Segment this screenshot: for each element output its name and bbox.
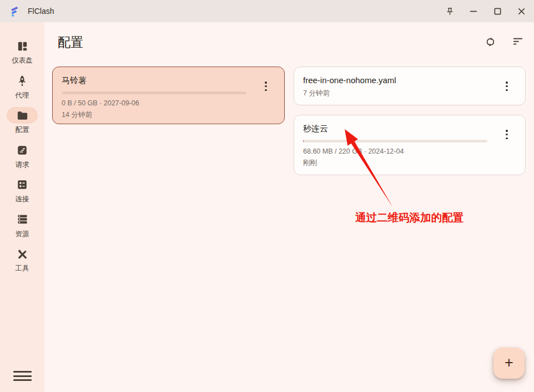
maximize-icon[interactable]	[492, 6, 502, 16]
more-menu-icon[interactable]	[505, 130, 508, 141]
profile-card[interactable]: free-in-one-nohome.yaml 7 分钟前	[294, 67, 526, 105]
sidebar-item-connections[interactable]: 连接	[7, 176, 38, 203]
profile-updated: 刚刚	[303, 159, 516, 168]
profile-name: 秒连云	[303, 124, 492, 134]
sidebar-item-resources[interactable]: 资源	[7, 211, 38, 238]
sidebar-item-label: 请求	[16, 161, 29, 169]
traffic-progress-bar	[303, 140, 487, 142]
plus-icon: +	[505, 355, 513, 370]
close-icon[interactable]	[516, 6, 526, 16]
pin-icon[interactable]	[445, 6, 455, 16]
more-menu-icon[interactable]	[505, 82, 508, 93]
main-content: 配置 马铃薯	[44, 22, 534, 392]
dashboard-icon	[7, 38, 38, 54]
sidebar-item-label: 工具	[16, 265, 29, 272]
sidebar-item-dashboard[interactable]: 仪表盘	[7, 38, 38, 64]
resources-icon	[7, 211, 38, 228]
titlebar: FlClash	[0, 0, 534, 22]
window-controls	[445, 6, 526, 16]
app-logo-icon	[8, 4, 21, 18]
profile-card[interactable]: 秒连云 68.60 MB / 220 GB · 2024-12-04 刚刚	[294, 115, 526, 175]
profile-usage: 68.60 MB / 220 GB · 2024-12-04	[303, 147, 516, 155]
sidebar-item-label: 配置	[16, 126, 29, 134]
folder-icon	[7, 107, 38, 124]
sidebar-item-label: 代理	[16, 92, 29, 99]
sidebar-item-tools[interactable]: 工具	[7, 246, 38, 272]
header-actions	[484, 35, 524, 48]
tools-icon	[7, 246, 38, 262]
refresh-icon[interactable]	[484, 35, 496, 48]
rocket-icon	[7, 73, 38, 89]
minimize-icon[interactable]	[468, 6, 478, 16]
requests-icon	[7, 142, 38, 159]
sidebar-item-proxy[interactable]: 代理	[7, 73, 38, 99]
sidebar-item-profiles[interactable]: 配置	[7, 107, 38, 134]
sidebar-item-label: 连接	[16, 196, 29, 203]
profile-updated: 7 分钟前	[303, 89, 516, 98]
profile-name: 马铃薯	[62, 75, 251, 86]
connections-icon	[7, 176, 38, 193]
page-title: 配置	[58, 34, 83, 51]
more-menu-icon[interactable]	[264, 82, 268, 93]
add-profile-button[interactable]: +	[493, 348, 525, 379]
sidebar-item-label: 资源	[16, 231, 29, 238]
app-window: FlClash	[0, 0, 534, 392]
traffic-progress-bar	[62, 91, 246, 94]
sidebar-item-requests[interactable]: 请求	[7, 142, 38, 169]
menu-icon[interactable]	[13, 371, 32, 381]
profile-usage: 0 B / 50 GB · 2027-09-06	[62, 99, 275, 107]
sort-icon[interactable]	[512, 35, 524, 48]
profile-updated: 14 分钟前	[62, 110, 275, 120]
sidebar-item-label: 仪表盘	[12, 57, 33, 64]
profile-card-selected[interactable]: 马铃薯 0 B / 50 GB · 2027-09-06 14 分钟前	[52, 67, 285, 124]
app-title: FlClash	[28, 7, 54, 16]
profile-name: free-in-one-nohome.yaml	[303, 75, 492, 85]
sidebar-nav: 仪表盘 代理 配置	[0, 22, 44, 392]
annotation-label: 通过二维码添加的配置	[355, 210, 464, 225]
